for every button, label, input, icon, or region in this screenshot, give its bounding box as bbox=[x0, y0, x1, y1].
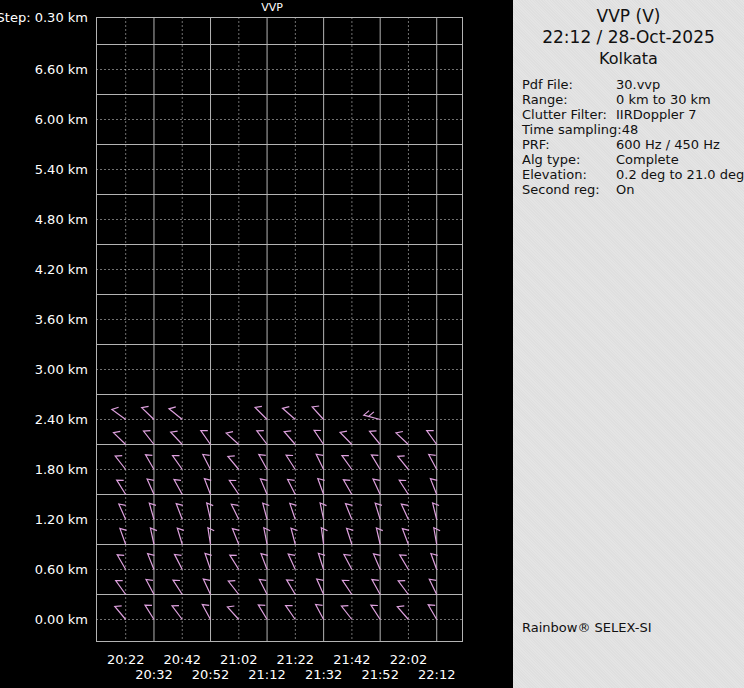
chart-title: VVP bbox=[261, 1, 283, 14]
param-row: Time sampling:48 bbox=[522, 122, 744, 137]
wind-barb bbox=[228, 581, 239, 595]
x-axis-tick-label: 20:22 bbox=[107, 652, 144, 667]
wind-barb bbox=[286, 455, 295, 469]
wind-barb bbox=[255, 406, 267, 419]
param-row: PRF:600 Hz / 450 Hz bbox=[522, 137, 744, 152]
param-value: IIRDoppler 7 bbox=[616, 107, 697, 122]
panel-site: Kolkata bbox=[513, 49, 744, 68]
wind-barb bbox=[115, 606, 126, 620]
wind-barb bbox=[207, 503, 214, 520]
param-row: Pdf File:30.vvp bbox=[522, 77, 744, 92]
x-axis-tick-label: 21:22 bbox=[277, 652, 314, 667]
param-label: Clutter Filter: bbox=[522, 107, 616, 122]
wind-barb bbox=[231, 504, 239, 519]
wind-barb bbox=[344, 555, 352, 570]
wind-barb bbox=[259, 455, 267, 470]
wind-barb bbox=[400, 555, 409, 570]
wind-barb bbox=[370, 431, 381, 445]
x-axis-tick-label: 22:02 bbox=[390, 652, 427, 667]
wind-barb bbox=[263, 503, 270, 519]
wind-barb bbox=[148, 554, 155, 570]
wind-barb bbox=[286, 606, 296, 620]
wind-barb bbox=[117, 480, 126, 494]
x-axis-tick-label: 21:42 bbox=[333, 652, 370, 667]
param-value: 600 Hz / 450 Hz bbox=[616, 137, 720, 152]
wind-barb bbox=[146, 580, 154, 595]
wind-barb bbox=[430, 479, 437, 495]
panel-title: VVP (V) bbox=[513, 6, 744, 26]
wind-barb bbox=[401, 504, 408, 519]
wind-barb bbox=[259, 579, 267, 594]
wind-barb bbox=[146, 455, 155, 470]
y-axis-label: 1.20 km bbox=[35, 512, 88, 527]
param-value: 0 km to 30 km bbox=[616, 92, 711, 107]
wind-barb bbox=[208, 528, 214, 545]
wind-barb bbox=[228, 456, 239, 470]
wind-barb bbox=[372, 580, 380, 595]
y-axis-label: 4.20 km bbox=[35, 262, 88, 277]
wind-barb bbox=[149, 503, 156, 519]
panel-footer: Rainbow® SELEX-SI bbox=[522, 620, 652, 635]
wind-barb bbox=[317, 579, 324, 595]
wind-barb bbox=[314, 430, 324, 444]
wind-barb bbox=[203, 579, 210, 594]
param-label: PRF: bbox=[522, 137, 616, 152]
wind-barb bbox=[173, 456, 183, 470]
wind-barb bbox=[230, 555, 239, 569]
wind-barb bbox=[316, 454, 323, 469]
wind-barb bbox=[321, 528, 327, 545]
chart-canvas: VVPStep: 0.30 km6.60 km6.00 km5.40 km4.8… bbox=[0, 0, 513, 688]
wind-barb bbox=[227, 606, 238, 620]
x-axis-tick-label: 20:32 bbox=[135, 667, 172, 682]
wind-barb bbox=[428, 605, 437, 620]
wind-barb bbox=[257, 431, 267, 445]
wind-barb bbox=[172, 606, 182, 620]
wind-barb bbox=[260, 479, 267, 495]
wind-barb bbox=[316, 605, 324, 620]
wind-barb bbox=[147, 479, 154, 495]
y-axis-label: 5.40 km bbox=[35, 162, 88, 177]
param-row: Elevation:0.2 deg to 21.0 deg bbox=[522, 167, 744, 182]
y-axis-label: 2.40 km bbox=[35, 412, 88, 427]
param-value: On bbox=[616, 182, 634, 197]
wind-barb bbox=[397, 606, 408, 620]
wind-barb bbox=[398, 456, 409, 470]
wind-barb bbox=[433, 503, 440, 520]
wind-barb bbox=[171, 431, 183, 444]
wind-barb bbox=[342, 580, 352, 594]
wind-barb bbox=[341, 606, 352, 620]
wind-profile-chart: VVPStep: 0.30 km6.60 km6.00 km5.40 km4.8… bbox=[0, 0, 513, 688]
wind-barb bbox=[119, 504, 126, 520]
y-axis-label: 0.60 km bbox=[35, 562, 88, 577]
y-axis-label: 1.80 km bbox=[35, 462, 88, 477]
wind-barb bbox=[429, 455, 437, 470]
wind-barb bbox=[144, 431, 155, 445]
y-axis-label: 6.60 km bbox=[35, 62, 88, 77]
y-axis-label: 3.00 km bbox=[35, 362, 88, 377]
param-row: Alg type:Complete bbox=[522, 152, 744, 167]
wind-barb bbox=[427, 431, 437, 445]
wind-barb bbox=[312, 406, 323, 420]
wind-barb bbox=[375, 503, 382, 519]
wind-barb bbox=[343, 480, 352, 495]
x-axis-tick-label: 21:12 bbox=[248, 667, 285, 682]
wind-barb bbox=[288, 479, 296, 494]
wind-barb bbox=[399, 480, 408, 494]
x-axis-tick-label: 21:32 bbox=[305, 667, 342, 682]
param-row: Clutter Filter:IIRDoppler 7 bbox=[522, 107, 744, 122]
x-axis-tick-label: 20:52 bbox=[192, 667, 229, 682]
wind-barb bbox=[115, 456, 126, 470]
wind-barb bbox=[291, 528, 298, 544]
x-axis-tick-label: 20:42 bbox=[164, 652, 201, 667]
param-label: Range: bbox=[522, 92, 616, 107]
param-value: Complete bbox=[616, 152, 679, 167]
wind-barb bbox=[226, 432, 239, 445]
vvp-app-window: VVPStep: 0.30 km6.60 km6.00 km5.40 km4.8… bbox=[0, 0, 744, 688]
param-row: Range:0 km to 30 km bbox=[522, 92, 744, 107]
wind-barb bbox=[169, 407, 182, 420]
wind-barb bbox=[376, 528, 382, 545]
wind-barb bbox=[175, 554, 183, 569]
wind-barb bbox=[398, 581, 408, 595]
param-value: 0.2 deg to 21.0 deg bbox=[616, 167, 744, 182]
wind-barb bbox=[429, 579, 436, 594]
